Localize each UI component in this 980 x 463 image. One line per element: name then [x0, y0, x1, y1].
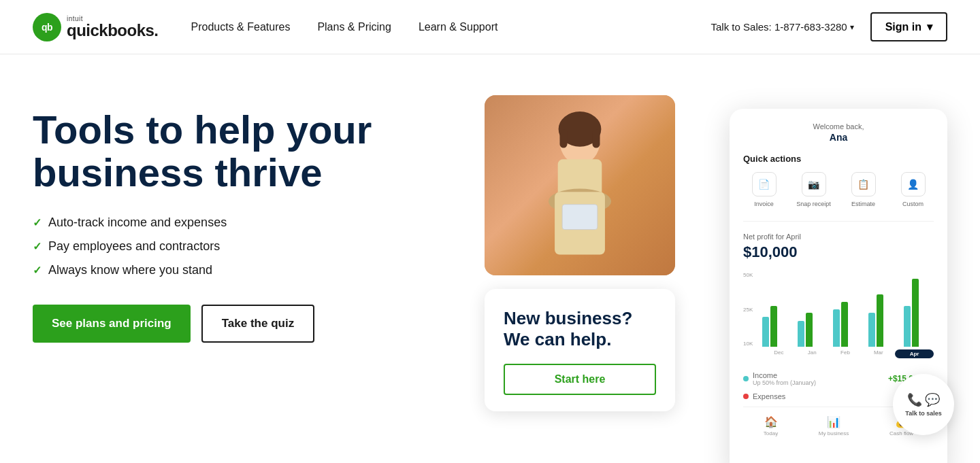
chart-area: 50K 25K 10K: [743, 272, 934, 360]
invoice-icon: 📄: [752, 172, 777, 196]
chat-icon: 💬: [925, 392, 940, 407]
feature-2-text: Pay employees and contractors: [48, 239, 220, 254]
hero-buttons: See plans and pricing Take the quiz: [33, 305, 387, 343]
nav-products-features[interactable]: Products & Features: [191, 21, 291, 33]
y-label-10k: 10K: [743, 341, 753, 347]
qa-estimate[interactable]: 📋 Estimate: [843, 172, 884, 207]
talk-bubble-icons: 📞 💬: [907, 392, 940, 407]
qa-snap-receipt-label: Snap receipt: [796, 201, 831, 207]
app-nav-business[interactable]: 📊 My business: [819, 415, 849, 436]
chart-y-labels: 50K 25K 10K: [743, 272, 753, 347]
feature-3: ✓ Always know where you stand: [33, 263, 387, 277]
nav-links: Products & Features Plans & Pricing Lear…: [191, 21, 498, 33]
app-nav-today[interactable]: 🏠 Today: [764, 415, 778, 436]
bar-feb-green: [841, 302, 848, 347]
divider-1: [743, 221, 934, 222]
start-here-button[interactable]: Start here: [504, 364, 656, 395]
income-legend: Income Up 50% from (January): [743, 371, 816, 386]
take-quiz-button[interactable]: Take the quiz: [201, 305, 314, 343]
x-label-jan: Jan: [796, 349, 829, 358]
check-icon-1: ✓: [33, 216, 42, 229]
income-sub: Up 50% from (January): [753, 379, 816, 386]
net-profit-value: $10,000: [743, 243, 934, 261]
x-label-mar: Mar: [862, 349, 895, 358]
hero-title: Tools to help your business thrive: [33, 109, 387, 194]
net-profit-label: Net profit for April: [743, 233, 934, 241]
quick-actions: 📄 Invoice 📷 Snap receipt 📋 Estimate 👤 Cu…: [743, 172, 934, 207]
qa-custom-label: Custom: [902, 201, 924, 207]
qa-snap-receipt[interactable]: 📷 Snap receipt: [793, 172, 834, 207]
today-icon: 🏠: [764, 415, 778, 428]
estimate-icon: 📋: [851, 172, 876, 196]
photo-card: [485, 95, 675, 275]
x-label-apr: Apr: [895, 349, 934, 358]
x-label-dec: Dec: [762, 349, 796, 358]
new-biz-title: New business? We can help.: [504, 308, 656, 350]
expense-legend: Expenses: [743, 392, 785, 400]
qa-invoice[interactable]: 📄 Invoice: [743, 172, 785, 207]
person-illustration: [519, 104, 641, 267]
phone-icon: 📞: [907, 392, 922, 407]
navigation: qb intuit quickbooks. Products & Feature…: [0, 0, 980, 54]
feature-2: ✓ Pay employees and contractors: [33, 239, 387, 254]
bar-apr-teal: [904, 306, 911, 347]
signin-button[interactable]: Sign in ▾: [870, 12, 947, 41]
feature-1-text: Auto-track income and expenses: [48, 216, 227, 230]
custom-icon: 👤: [901, 172, 926, 196]
check-icon-3: ✓: [33, 264, 42, 277]
bar-mar-teal: [868, 313, 875, 347]
svg-rect-7: [592, 128, 600, 148]
chart-x-labels: Dec Jan Feb Mar Apr: [743, 347, 934, 358]
income-text: Income Up 50% from (January): [753, 371, 816, 386]
qa-custom[interactable]: 👤 Custom: [892, 172, 934, 207]
signin-label: Sign in: [885, 21, 921, 33]
bar-group-apr: [904, 279, 934, 347]
talk-to-sales-link[interactable]: Talk to Sales: 1-877-683-3280 ▾: [711, 21, 854, 33]
nav-learn-support[interactable]: Learn & Support: [419, 21, 498, 33]
svg-rect-4: [562, 204, 598, 229]
expense-dot: [743, 394, 749, 399]
chevron-down-icon: ▾: [850, 22, 854, 32]
check-icon-2: ✓: [33, 240, 42, 253]
bar-dec-teal: [762, 317, 769, 347]
talk-to-sales-bubble[interactable]: 📞 💬 Talk to sales: [893, 374, 954, 435]
business-icon: 📊: [827, 415, 840, 428]
app-welcome-text: Welcome back,: [743, 122, 934, 131]
nav-left: qb intuit quickbooks. Products & Feature…: [33, 13, 497, 41]
new-business-card: New business? We can help. Start here: [485, 289, 675, 411]
hero-section: Tools to help your business thrive ✓ Aut…: [0, 54, 980, 463]
snap-receipt-icon: 📷: [802, 172, 826, 196]
hero-right: New business? We can help. Start here We…: [485, 95, 947, 449]
income-dot: [743, 376, 749, 381]
feature-3-text: Always know where you stand: [48, 263, 212, 277]
y-label-25k: 25K: [743, 307, 753, 313]
hero-left: Tools to help your business thrive ✓ Aut…: [33, 95, 387, 343]
talk-to-sales-label: Talk to sales: [905, 410, 941, 417]
svg-rect-6: [559, 128, 567, 148]
feature-1: ✓ Auto-track income and expenses: [33, 216, 387, 230]
business-label: My business: [819, 430, 849, 436]
bar-group-mar: [868, 294, 898, 347]
y-label-50k: 50K: [743, 272, 753, 278]
today-label: Today: [764, 430, 778, 436]
see-plans-button[interactable]: See plans and pricing: [33, 305, 191, 343]
bar-apr-green: [912, 279, 919, 347]
bar-group-jan: [798, 313, 828, 347]
person-image: [485, 95, 675, 275]
app-user-name: Ana: [743, 132, 934, 143]
nav-plans-pricing[interactable]: Plans & Pricing: [317, 21, 391, 33]
hero-features: ✓ Auto-track income and expenses ✓ Pay e…: [33, 216, 387, 277]
qa-invoice-label: Invoice: [754, 201, 774, 207]
quick-actions-title: Quick actions: [743, 154, 934, 164]
logo[interactable]: qb intuit quickbooks.: [33, 13, 159, 41]
chart-bars: [743, 272, 934, 347]
logo-quickbooks: quickbooks.: [67, 22, 159, 39]
bar-mar-green: [877, 294, 883, 347]
logo-icon: qb: [33, 13, 61, 41]
nav-right: Talk to Sales: 1-877-683-3280 ▾ Sign in …: [711, 12, 947, 41]
bar-group-feb: [833, 302, 863, 347]
bar-jan-green: [806, 313, 813, 347]
bar-jan-teal: [798, 321, 804, 347]
talk-to-sales-text: Talk to Sales: 1-877-683-3280: [711, 21, 847, 33]
x-label-feb: Feb: [829, 349, 862, 358]
